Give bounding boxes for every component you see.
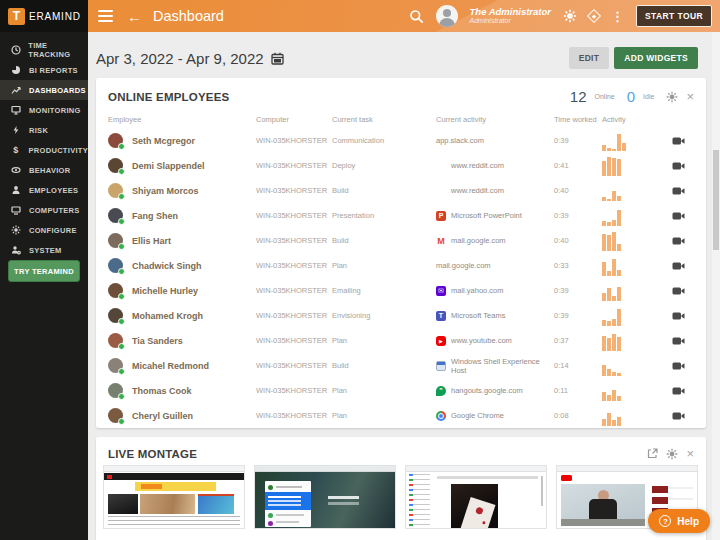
live-montage-thumbnail-news-site[interactable]: [104, 466, 244, 528]
sidebar-item-monitoring[interactable]: MONITORING: [0, 100, 88, 120]
help-label: Help: [677, 516, 699, 527]
table-row[interactable]: Tia Sanders WIN-035KHORSTER Plan www.you…: [96, 328, 706, 353]
activity-favicon: [436, 336, 446, 346]
table-row[interactable]: Thomas Cook WIN-035KHORSTER Plan hangout…: [96, 378, 706, 403]
computer-icon: [10, 205, 22, 215]
help-button[interactable]: ? Help: [648, 509, 710, 533]
widget-settings-gear-icon[interactable]: [666, 448, 678, 460]
sidebar-item-productivity[interactable]: $ PRODUCTIVITY: [0, 140, 88, 160]
hamburger-menu-icon[interactable]: [98, 10, 113, 22]
sidebar-item-employees[interactable]: EMPLOYEES: [0, 180, 88, 200]
sidebar-item-label: BI REPORTS: [29, 66, 78, 75]
sidebar-item-configure[interactable]: CONFIGURE: [0, 220, 88, 240]
teramind-logo[interactable]: T ERAMIND: [0, 0, 88, 32]
edit-button[interactable]: EDIT: [569, 47, 610, 69]
video-camera-icon[interactable]: [672, 411, 694, 421]
current-activity-label: www.youtube.com: [451, 336, 512, 345]
video-camera-icon[interactable]: [672, 286, 694, 296]
widget-close-icon[interactable]: ×: [686, 90, 694, 103]
employee-avatar: [108, 233, 123, 248]
user-avatar[interactable]: [436, 5, 458, 27]
back-arrow-icon[interactable]: ←: [127, 9, 142, 24]
page-scrollbar[interactable]: [712, 32, 720, 540]
activity-sparkline: [602, 381, 672, 401]
try-teramind-button[interactable]: TRY TERAMIND: [8, 260, 80, 282]
activity-sparkline: [602, 356, 672, 376]
employee-avatar: [108, 333, 123, 348]
user-menu[interactable]: The Administrator Administrator: [470, 7, 551, 26]
time-worked: 0:14: [554, 361, 602, 370]
activity-favicon: [436, 236, 446, 246]
table-row[interactable]: Seth Mcgregor WIN-035KHORSTER Communicat…: [96, 128, 706, 153]
video-camera-icon[interactable]: [672, 236, 694, 246]
video-camera-icon[interactable]: [672, 211, 694, 221]
current-task: Presentation: [332, 211, 436, 220]
start-tour-button[interactable]: START TOUR: [636, 5, 712, 27]
user-name: The Administrator: [470, 7, 551, 18]
table-row[interactable]: Shiyam Morcos WIN-035KHORSTER Build www.…: [96, 178, 706, 203]
computer-name: WIN-035KHORSTER: [256, 161, 332, 170]
sidebar-item-system[interactable]: SYSTEM: [0, 240, 88, 260]
table-row[interactable]: Micahel Redmond WIN-035KHORSTER Build Wi…: [96, 353, 706, 378]
scrollbar-thumb[interactable]: [713, 150, 719, 250]
column-activity: Activity: [602, 115, 672, 124]
time-worked: 0:40: [554, 186, 602, 195]
table-row[interactable]: Ellis Hart WIN-035KHORSTER Build mail.go…: [96, 228, 706, 253]
video-camera-icon[interactable]: [672, 361, 694, 371]
table-row[interactable]: Fang Shen WIN-035KHORSTER Presentation M…: [96, 203, 706, 228]
video-camera-icon[interactable]: [672, 311, 694, 321]
question-mark-icon: ?: [659, 515, 671, 527]
widget-close-icon[interactable]: ×: [686, 447, 694, 460]
sidebar-item-risk[interactable]: RISK: [0, 120, 88, 140]
live-montage-thumbnail-mail-photo[interactable]: [406, 466, 546, 528]
table-row[interactable]: Demi Slappendel WIN-035KHORSTER Deploy w…: [96, 153, 706, 178]
column-current-activity: Current activity: [436, 115, 554, 124]
sidebar-item-label: CONFIGURE: [29, 226, 77, 235]
live-montage-thumbnail-desktop-notification[interactable]: [255, 466, 395, 528]
computer-name: WIN-035KHORSTER: [256, 236, 332, 245]
activity-favicon: [436, 361, 446, 371]
table-row[interactable]: Cheryl Guillen WIN-035KHORSTER Plan Goog…: [96, 403, 706, 428]
activity-favicon: [436, 211, 446, 221]
sidebar-item-computers[interactable]: COMPUTERS: [0, 200, 88, 220]
sidebar-item-time-tracking[interactable]: TIME TRACKING: [0, 40, 88, 60]
table-row[interactable]: Chadwick Singh WIN-035KHORSTER Plan mail…: [96, 253, 706, 278]
sidebar-item-dashboards[interactable]: DASHBOARDS: [0, 80, 88, 100]
sidebar-item-behavior[interactable]: BEHAVIOR: [0, 160, 88, 180]
live-montage-thumbnails: [96, 462, 706, 532]
current-activity-label: Microsoft Teams: [451, 311, 505, 320]
teramind-dashboard: T ERAMIND TIME TRACKING BI REPORTS DASHB…: [0, 0, 720, 540]
computer-name: WIN-035KHORSTER: [256, 261, 332, 270]
video-camera-icon[interactable]: [672, 386, 694, 396]
widget-settings-gear-icon[interactable]: [666, 91, 678, 103]
current-task: Envisioning: [332, 311, 436, 320]
table-row[interactable]: Mohamed Krogh WIN-035KHORSTER Envisionin…: [96, 303, 706, 328]
video-camera-icon[interactable]: [672, 261, 694, 271]
search-icon[interactable]: [409, 9, 424, 24]
upgrade-diamond-icon[interactable]: [587, 9, 601, 23]
computer-name: WIN-035KHORSTER: [256, 211, 332, 220]
more-options-icon[interactable]: ⋮: [611, 9, 624, 24]
computer-name: WIN-035KHORSTER: [256, 136, 332, 145]
video-camera-icon[interactable]: [672, 186, 694, 196]
video-camera-icon[interactable]: [672, 136, 694, 146]
current-activity-label: Windows Shell Experience Host: [451, 357, 554, 375]
current-activity-label: Microsoft PowerPoint: [451, 211, 522, 220]
open-external-icon[interactable]: [647, 448, 658, 459]
settings-gear-icon[interactable]: [563, 9, 577, 23]
video-camera-icon[interactable]: [672, 336, 694, 346]
video-camera-icon[interactable]: [672, 161, 694, 171]
date-range-picker[interactable]: Apr 3, 2022 - Apr 9, 2022: [96, 50, 284, 67]
time-worked: 0:39: [554, 211, 602, 220]
activity-favicon: [436, 286, 446, 296]
employee-name: Thomas Cook: [132, 386, 192, 396]
column-current-task: Current task: [332, 115, 436, 124]
employee-avatar: [108, 383, 123, 398]
table-row[interactable]: Michelle Hurley WIN-035KHORSTER Emailing…: [96, 278, 706, 303]
current-task: Build: [332, 236, 436, 245]
sidebar-item-bi-reports[interactable]: BI REPORTS: [0, 60, 88, 80]
time-worked: 0:41: [554, 161, 602, 170]
current-task: Plan: [332, 336, 436, 345]
add-widgets-button[interactable]: ADD WIDGETS: [614, 47, 698, 69]
page-title: Dashboard: [153, 8, 224, 24]
